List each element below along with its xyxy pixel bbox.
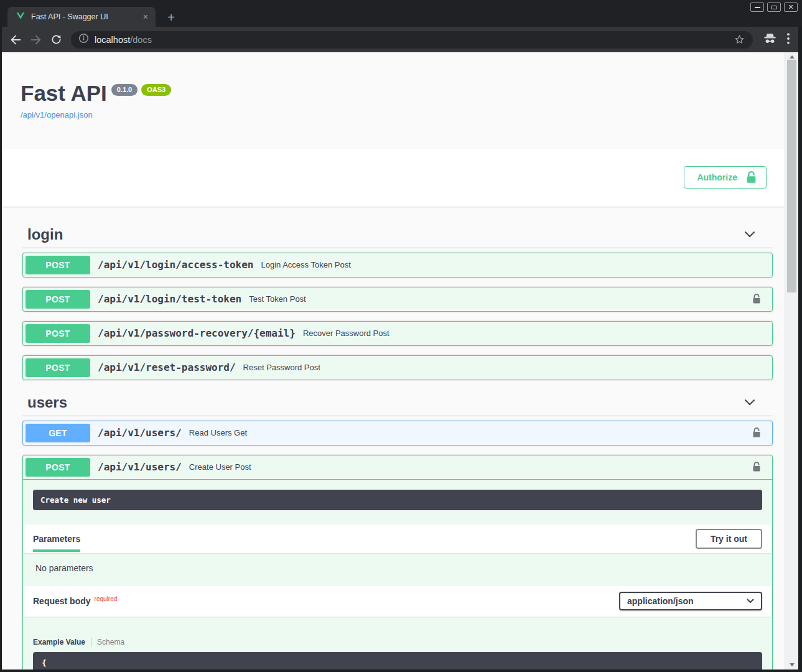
section-login: login POST /api/v1/login/access-token Lo…: [22, 222, 773, 380]
maximize-icon: [772, 6, 776, 9]
browser-window: Fast API - Swagger UI × + ✕ localhost/do…: [0, 0, 802, 672]
forward-button[interactable]: [29, 33, 43, 47]
op-summary[interactable]: POST /api/v1/login/test-token Test Token…: [23, 287, 772, 311]
section-users-header[interactable]: users: [22, 390, 773, 416]
page-title: Fast API 0.1.0 OAS3: [21, 82, 785, 105]
op-path: /api/v1/password-recovery/{email}: [98, 327, 296, 339]
method-badge: POST: [26, 458, 90, 477]
page-scrollbar[interactable]: [785, 52, 798, 670]
minimize-icon: [755, 7, 760, 8]
opblock-login-access-token: POST /api/v1/login/access-token Login Ac…: [22, 253, 773, 278]
method-badge: POST: [26, 324, 90, 343]
back-button[interactable]: [9, 33, 22, 47]
scrollbar-up-arrow[interactable]: [790, 55, 795, 58]
try-it-out-button[interactable]: Try it out: [696, 529, 762, 549]
method-badge: POST: [26, 290, 90, 309]
chevron-down-icon: [747, 599, 754, 604]
op-summary[interactable]: GET /api/v1/users/ Read Users Get: [23, 421, 772, 445]
op-summary-description: Recover Password Post: [303, 329, 389, 338]
op-path: /api/v1/login/access-token: [98, 259, 253, 271]
bookmark-star-button[interactable]: [734, 34, 745, 45]
browser-toolbar: localhost/docs: [2, 27, 798, 52]
version-badge: 0.1.0: [111, 84, 138, 96]
scrollbar-down-arrow[interactable]: [790, 663, 795, 666]
op-summary-description: Read Users Get: [189, 428, 247, 437]
op-path: /api/v1/login/test-token: [98, 293, 241, 305]
api-title-text: Fast API: [21, 82, 107, 105]
browser-menu-button[interactable]: [787, 33, 790, 47]
op-summary[interactable]: POST /api/v1/reset-password/ Reset Passw…: [23, 356, 772, 380]
site-info-icon[interactable]: [78, 33, 89, 46]
op-summary[interactable]: POST /api/v1/users/ Create User Post: [23, 455, 772, 480]
back-icon: [12, 35, 21, 44]
tab-divider: [91, 638, 91, 646]
op-summary[interactable]: POST /api/v1/password-recovery/{email} R…: [23, 322, 772, 345]
chevron-down-icon[interactable]: [744, 231, 755, 238]
unlocked-padlock-icon: [752, 294, 761, 304]
scheme-container: Authorize: [2, 149, 785, 207]
tab-close-icon[interactable]: ×: [141, 12, 151, 21]
kebab-menu-icon: [787, 41, 790, 44]
section-login-title: login: [27, 226, 63, 243]
incognito-icon: [763, 32, 777, 47]
opblock-create-user: POST /api/v1/users/ Create User Post Cre…: [22, 455, 773, 670]
tab-example-value[interactable]: Example Value: [33, 638, 85, 646]
unlocked-padlock-icon: [746, 171, 757, 184]
op-path: /api/v1/users/: [98, 427, 182, 439]
window-controls: ✕: [750, 2, 798, 12]
close-icon: ✕: [788, 4, 793, 11]
no-parameters-text: No parameters: [23, 553, 772, 586]
forward-icon: [32, 35, 40, 44]
address-bar[interactable]: localhost/docs: [71, 31, 753, 49]
op-summary[interactable]: POST /api/v1/login/access-token Login Ac…: [23, 253, 772, 277]
example-code-block[interactable]: {: [33, 652, 762, 670]
auth-lock-button[interactable]: [752, 294, 761, 304]
minimize-button[interactable]: [750, 2, 764, 12]
browser-tab[interactable]: Fast API - Swagger UI ×: [7, 7, 156, 27]
url-text[interactable]: localhost/docs: [95, 35, 152, 45]
api-info: Fast API 0.1.0 OAS3 /api/v1/openapi.json: [2, 52, 785, 120]
tab-schema[interactable]: Schema: [97, 638, 124, 646]
unlocked-padlock-icon: [752, 462, 761, 472]
auth-lock-button[interactable]: [752, 427, 761, 438]
favicon-icon: [16, 11, 25, 22]
media-type-value: application/json: [627, 596, 694, 606]
reload-button[interactable]: [50, 33, 63, 46]
star-icon: [735, 35, 744, 43]
auth-lock-button[interactable]: [752, 462, 761, 472]
openapi-spec-link[interactable]: /api/v1/openapi.json: [21, 110, 93, 119]
url-host: localhost: [95, 35, 130, 45]
maximize-button[interactable]: [767, 2, 781, 12]
media-type-select[interactable]: application/json: [619, 592, 762, 610]
request-body-label: Request body: [33, 596, 91, 606]
required-label: required: [95, 595, 118, 602]
request-body-header: Request bodyrequired application/json: [23, 586, 772, 617]
oas3-badge: OAS3: [141, 84, 171, 96]
method-badge: POST: [26, 358, 90, 377]
method-badge: GET: [26, 424, 90, 442]
new-tab-button[interactable]: +: [164, 10, 179, 25]
op-summary-description: Create User Post: [189, 462, 251, 472]
opblock-login-test-token: POST /api/v1/login/test-token Test Token…: [22, 287, 773, 312]
scrollbar-thumb[interactable]: [787, 60, 796, 292]
authorize-button[interactable]: Authorize: [684, 166, 767, 189]
chevron-down-icon[interactable]: [744, 399, 755, 406]
op-summary-description: Test Token Post: [249, 294, 306, 304]
op-summary-description: Login Access Token Post: [261, 260, 350, 269]
unlocked-padlock-icon: [752, 427, 761, 438]
method-badge: POST: [26, 256, 90, 274]
opblock-read-users: GET /api/v1/users/ Read Users Get: [22, 421, 773, 446]
url-path: /docs: [130, 35, 152, 45]
page-viewport: Fast API 0.1.0 OAS3 /api/v1/openapi.json…: [2, 52, 798, 670]
model-example: Example Value Schema {: [33, 638, 762, 670]
op-path: /api/v1/reset-password/: [98, 362, 236, 373]
toolbar-right: [763, 32, 790, 47]
close-button[interactable]: ✕: [784, 2, 798, 12]
op-path: /api/v1/users/: [98, 461, 182, 473]
section-login-header[interactable]: login: [22, 222, 773, 248]
operations-wrapper: login POST /api/v1/login/access-token Lo…: [2, 222, 785, 670]
swagger-content: Fast API 0.1.0 OAS3 /api/v1/openapi.json…: [2, 52, 785, 670]
op-description: Create new user: [33, 490, 762, 510]
op-summary-description: Reset Password Post: [243, 363, 320, 372]
authorize-label: Authorize: [697, 172, 737, 182]
